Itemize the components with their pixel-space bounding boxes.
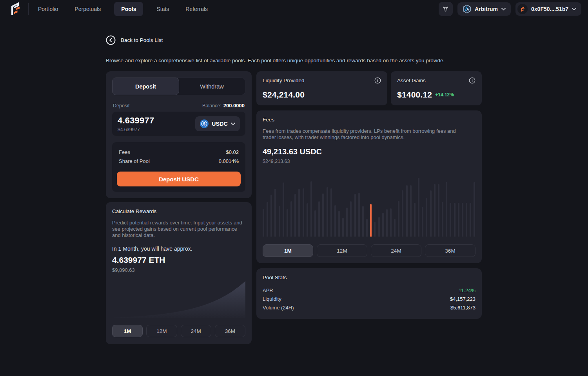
- network-selector[interactable]: Arbitrum: [457, 2, 511, 16]
- bar: [450, 203, 451, 237]
- usdc-icon: $: [200, 119, 209, 128]
- chevron-down-icon: [572, 8, 576, 11]
- bar: [402, 190, 403, 237]
- tab-deposit[interactable]: Deposit: [112, 78, 179, 95]
- bar: [414, 203, 416, 237]
- bar: [346, 208, 348, 237]
- fees-range-24m[interactable]: 24M: [371, 244, 421, 257]
- rewards-range-1m[interactable]: 1M: [112, 325, 143, 337]
- apr-label: APR: [263, 287, 273, 293]
- bar: [406, 185, 408, 237]
- bar: [382, 213, 384, 237]
- liquidity-provided-title: Liquidity Provided: [263, 78, 305, 83]
- info-icon[interactable]: [374, 77, 381, 84]
- bar: [310, 181, 312, 237]
- bar: [386, 209, 388, 237]
- token-selector[interactable]: $ USDC: [195, 116, 240, 131]
- nav-item-stats[interactable]: Stats: [153, 2, 172, 16]
- fees-label: Fees: [119, 149, 130, 155]
- projection-label: In 1 Month, you will have approx.: [112, 246, 245, 252]
- nav-item-portfolio[interactable]: Portfolio: [35, 2, 61, 16]
- bar: [318, 201, 320, 237]
- balance-label: Balance:: [202, 103, 221, 108]
- share-of-pool-value: 0.0014%: [219, 158, 239, 164]
- amount-value[interactable]: 4.639977: [118, 116, 154, 126]
- app-logo[interactable]: [9, 1, 22, 17]
- deposit-card: Deposit Withdraw Deposit Balance:200.000…: [106, 71, 252, 198]
- nav-item-perpetuals[interactable]: Perpetuals: [71, 2, 104, 16]
- deposit-field-label: Deposit: [113, 103, 129, 108]
- bar: [362, 206, 364, 237]
- bar: [438, 184, 439, 237]
- rewards-range-12m[interactable]: 12M: [146, 325, 177, 337]
- bar: [398, 201, 399, 237]
- fees-card-description: Fees from trades compensate liquidity pr…: [263, 128, 467, 141]
- network-label: Arbitrum: [475, 6, 498, 12]
- fees-total-usd: $249,213.63: [263, 159, 475, 164]
- back-link[interactable]: Back to Pools List: [106, 35, 163, 45]
- bar: [358, 193, 360, 237]
- rewards-range-24m[interactable]: 24M: [181, 325, 211, 337]
- bar: [354, 194, 356, 237]
- rewards-area-chart: [112, 275, 245, 318]
- share-of-pool-label: Share of Pool: [119, 158, 150, 164]
- nav-item-pools[interactable]: Pools: [114, 2, 143, 16]
- fees-range-1m[interactable]: 1M: [263, 244, 313, 257]
- nav-divider: [28, 3, 29, 15]
- fees-row: Fees $0.02: [117, 148, 241, 157]
- bar: [338, 211, 340, 237]
- balance-value: 200.0000: [223, 103, 245, 108]
- bar: [462, 203, 463, 237]
- arbitrum-icon: [463, 4, 471, 14]
- asset-gains-title: Asset Gains: [397, 78, 426, 83]
- fees-range-36m[interactable]: 36M: [425, 244, 475, 257]
- wallet-avatar: [517, 4, 528, 14]
- tab-withdraw[interactable]: Withdraw: [179, 78, 245, 95]
- bar: [390, 208, 392, 237]
- pool-stats-title: Pool Stats: [263, 275, 475, 280]
- bar: [263, 209, 264, 237]
- deposit-summary: Fees $0.02 Share of Pool 0.0014% Deposit…: [112, 142, 245, 192]
- wallet-logo-icon: [520, 6, 525, 12]
- liquidity-value: $4,157,223: [450, 296, 475, 302]
- bar: [446, 182, 447, 237]
- bar: [270, 195, 272, 237]
- bar: [267, 202, 268, 237]
- notifications-button[interactable]: [439, 2, 453, 16]
- bar: [374, 222, 376, 237]
- calculate-rewards-card: Calculate Rewards Predict potential rewa…: [106, 202, 252, 344]
- bar: [466, 203, 467, 237]
- bar: [418, 178, 419, 237]
- liquidity-provided-value: $24,214.00: [263, 90, 305, 99]
- svg-text:$: $: [203, 121, 205, 126]
- bar: [366, 219, 368, 237]
- bar: [470, 203, 471, 237]
- pool-stat-volume-row: Volume (24H) $5,611,873: [263, 303, 475, 312]
- nav-item-referrals[interactable]: Referrals: [182, 2, 211, 16]
- info-icon[interactable]: [469, 77, 475, 84]
- deposit-withdraw-tabs: Deposit Withdraw: [112, 78, 245, 95]
- bar: [274, 189, 276, 237]
- fees-value: $0.02: [226, 149, 239, 155]
- rewards-card-description: Predict potential rewards over time. Inp…: [112, 220, 245, 239]
- bar: [307, 203, 308, 237]
- balance-text: Balance:200.0000: [202, 103, 245, 108]
- bar: [430, 190, 432, 237]
- deposit-amount-input[interactable]: 4.639977 $4.639977 $ USDC: [112, 112, 245, 136]
- chevron-down-icon: [501, 8, 506, 11]
- fees-range-12m[interactable]: 12M: [317, 244, 367, 257]
- deposit-submit-button[interactable]: Deposit USDC: [117, 172, 241, 186]
- bar: [410, 185, 412, 237]
- rewards-range-36m[interactable]: 36M: [215, 325, 245, 337]
- bar: [474, 182, 475, 237]
- bar: [279, 206, 280, 237]
- liquidity-label: Liquidity: [263, 296, 281, 302]
- token-label: USDC: [212, 121, 228, 127]
- projected-amount: 4.639977 ETH: [112, 255, 245, 265]
- wallet-button[interactable]: 0x0F50....51b7: [515, 2, 581, 16]
- fees-card: Fees Fees from trades compensate liquidi…: [256, 110, 482, 263]
- chevron-down-icon: [231, 123, 235, 125]
- rewards-range-buttons: 1M 12M 24M 36M: [112, 325, 245, 337]
- main-content: Back to Pools List Browse and explore a …: [106, 35, 482, 344]
- bar-highlighted: [370, 204, 372, 237]
